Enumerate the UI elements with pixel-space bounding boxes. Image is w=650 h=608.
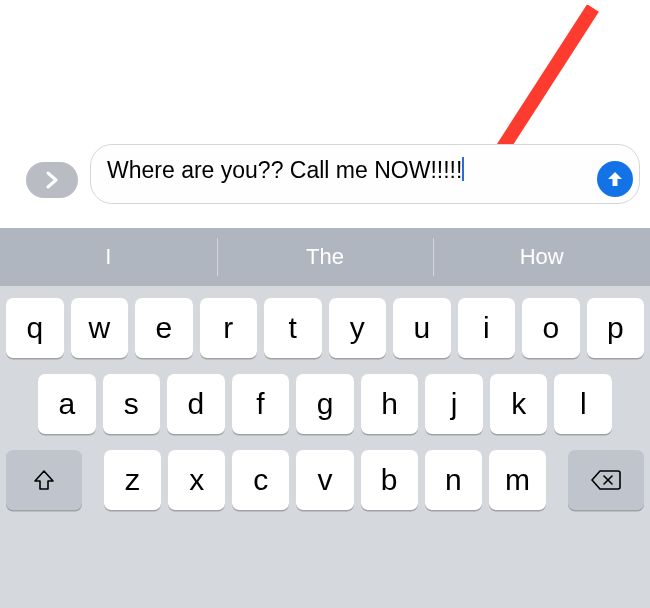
text-cursor bbox=[462, 157, 464, 181]
key-f[interactable]: f bbox=[232, 374, 290, 434]
arrow-up-icon bbox=[605, 169, 625, 189]
key-o[interactable]: o bbox=[522, 298, 580, 358]
key-b[interactable]: b bbox=[361, 450, 418, 510]
key-v[interactable]: v bbox=[296, 450, 353, 510]
key-u[interactable]: u bbox=[393, 298, 451, 358]
key-q[interactable]: q bbox=[6, 298, 64, 358]
key-j[interactable]: j bbox=[425, 374, 483, 434]
key-c[interactable]: c bbox=[232, 450, 289, 510]
key-i[interactable]: i bbox=[458, 298, 516, 358]
chevron-right-icon bbox=[45, 171, 59, 189]
shift-icon bbox=[32, 468, 56, 492]
prediction-2[interactable]: The bbox=[217, 228, 434, 286]
backspace-key[interactable] bbox=[568, 450, 644, 510]
key-m[interactable]: m bbox=[489, 450, 546, 510]
key-k[interactable]: k bbox=[490, 374, 548, 434]
svg-line-1 bbox=[493, 8, 593, 163]
key-l[interactable]: l bbox=[554, 374, 612, 434]
key-z[interactable]: z bbox=[104, 450, 161, 510]
key-t[interactable]: t bbox=[264, 298, 322, 358]
ios-keyboard: I The How q w e r t y u i o p a s d f g … bbox=[0, 228, 650, 608]
key-row-1: q w e r t y u i o p bbox=[6, 298, 644, 358]
key-h[interactable]: h bbox=[361, 374, 419, 434]
expand-apps-button[interactable] bbox=[26, 162, 78, 198]
key-row-2: a s d f g h j k l bbox=[6, 374, 644, 434]
backspace-icon bbox=[591, 469, 621, 491]
key-e[interactable]: e bbox=[135, 298, 193, 358]
send-button[interactable] bbox=[597, 161, 633, 197]
compose-bar: Where are you?? Call me NOW!!!!! bbox=[0, 144, 650, 204]
prediction-1[interactable]: I bbox=[0, 228, 217, 286]
key-y[interactable]: y bbox=[329, 298, 387, 358]
key-a[interactable]: a bbox=[38, 374, 96, 434]
key-row-3: z x c v b n m bbox=[6, 450, 644, 510]
prediction-bar: I The How bbox=[0, 228, 650, 286]
key-s[interactable]: s bbox=[103, 374, 161, 434]
key-n[interactable]: n bbox=[425, 450, 482, 510]
shift-key[interactable] bbox=[6, 450, 82, 510]
key-r[interactable]: r bbox=[200, 298, 258, 358]
prediction-3[interactable]: How bbox=[433, 228, 650, 286]
key-p[interactable]: p bbox=[587, 298, 645, 358]
key-x[interactable]: x bbox=[168, 450, 225, 510]
message-input[interactable]: Where are you?? Call me NOW!!!!! bbox=[90, 144, 640, 204]
message-text: Where are you?? Call me NOW!!!!! bbox=[107, 157, 462, 183]
key-g[interactable]: g bbox=[296, 374, 354, 434]
key-w[interactable]: w bbox=[71, 298, 129, 358]
key-d[interactable]: d bbox=[167, 374, 225, 434]
